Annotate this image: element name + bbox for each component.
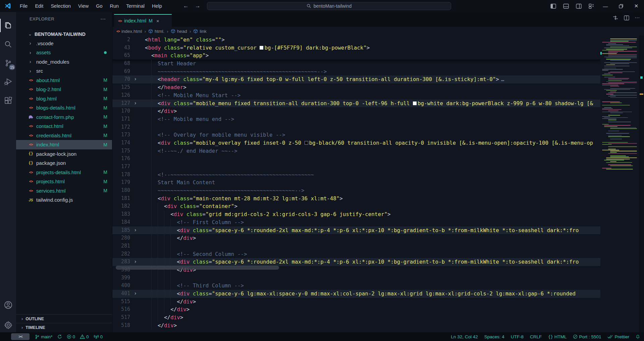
tab-close-icon[interactable]: ×	[156, 18, 159, 24]
account-icon[interactable]	[0, 297, 16, 313]
toggle-secondary-sidebar-icon[interactable]	[572, 0, 585, 12]
window-restore-button[interactable]	[613, 0, 629, 12]
code-line-174[interactable]: 174<div class="mobile_overlay fixed inse…	[112, 139, 600, 147]
minimap[interactable]	[600, 36, 639, 332]
code-line-177[interactable]: 177	[112, 163, 600, 171]
code-line-125[interactable]: 125</header>	[112, 83, 600, 91]
fold-chevron-icon[interactable]: ›	[134, 99, 137, 108]
menu-go[interactable]: Go	[92, 1, 106, 11]
command-center-search[interactable]: bentoMan-tailwind	[207, 2, 451, 10]
menu-view[interactable]: View	[74, 1, 92, 11]
tree-item-package.json[interactable]: {}package.json	[16, 158, 112, 168]
status-port-5501[interactable]: Port : 5501	[573, 334, 601, 339]
timeline-section[interactable]: › TIMELINE	[16, 323, 112, 332]
code-line-183[interactable]: 183<div class="grid md:grid-cols-2 xl:gr…	[112, 210, 600, 218]
tree-item-src[interactable]: ›src	[16, 66, 112, 76]
tree-item-contact-form.php[interactable]: contact-form.phpM	[16, 113, 112, 122]
breadcrumb-html[interactable]: html.	[148, 29, 164, 34]
code-line-170[interactable]: 170</div>	[112, 107, 600, 115]
menu-help[interactable]: Help	[148, 1, 166, 11]
tree-item-assets[interactable]: ›assets	[16, 48, 112, 57]
status-main[interactable]: main*	[35, 334, 53, 339]
tree-item-package-lock.json[interactable]: {}package-lock.json	[16, 149, 112, 159]
activity-search-icon[interactable]	[0, 36, 16, 52]
code-line-127[interactable]: 127›<div class="mobile_menu fixed transi…	[112, 99, 600, 108]
code-line-178[interactable]: 178<!--~~~~~~~~~~~~~~~~~~~~~~~~~~~~~~~~~…	[112, 171, 600, 179]
code-line-280[interactable]: 280</div>	[112, 234, 600, 242]
status-prettier[interactable]: Prettier	[607, 334, 629, 339]
activity-explorer-icon[interactable]	[0, 17, 16, 33]
code-line-517[interactable]: 517</div>	[112, 314, 600, 322]
explorer-more-actions-icon[interactable]: ⋯	[100, 16, 106, 22]
outline-section[interactable]: › OUTLINE	[16, 314, 112, 323]
nav-back-icon[interactable]: ←	[183, 3, 189, 9]
code-line-182[interactable]: 182<div class="container">	[112, 202, 600, 210]
code-line-43[interactable]: 43<body class="relative custom_cursor bg…	[112, 44, 600, 52]
split-editor-icon[interactable]	[624, 15, 629, 20]
tree-item-credentials.html[interactable]: <>credentials.htmlM	[16, 131, 112, 140]
code-line-516[interactable]: 516</div>	[112, 305, 600, 314]
code-line-175[interactable]: 175<!--~~./ end Header ~~-->	[112, 147, 600, 155]
code-line-181[interactable]: 181<div class="main-conten mt-28 md:mt-3…	[112, 195, 600, 203]
customize-layout-icon[interactable]	[585, 0, 598, 12]
tree-item-.vscode[interactable]: ›.vscode	[16, 39, 112, 48]
breadcrumb-link[interactable]: link	[193, 29, 206, 34]
code-line-185[interactable]: 185›<div class="space-y-6 *:rounded-2xl …	[112, 226, 600, 234]
tree-item-services.html[interactable]: <>services.htmlM	[16, 186, 112, 196]
code-editor[interactable]: 2<html lang="en" class="">43<body class=…	[112, 36, 600, 332]
status-crlf[interactable]: CRLF	[530, 334, 542, 339]
code-line-65[interactable]: 65<main class="app">	[112, 52, 600, 60]
activity-run-debug-icon[interactable]	[0, 74, 16, 90]
activity-source-control-icon[interactable]: 15	[0, 55, 16, 71]
window-close-button[interactable]: ✕	[629, 0, 644, 12]
horizontal-scrollbar[interactable]	[116, 266, 279, 270]
code-line-68[interactable]: 68Start Header	[112, 60, 600, 68]
tree-item-node_modules[interactable]: ›node_modules	[16, 57, 112, 67]
tree-item-contact.html[interactable]: <>contact.htmlM	[16, 122, 112, 131]
status-sync-icon[interactable]	[57, 334, 62, 339]
status-0[interactable]: 0	[67, 334, 75, 339]
status-html[interactable]: {}HTML	[548, 334, 567, 339]
fold-chevron-icon[interactable]: ›	[134, 226, 137, 234]
tree-item-blog.html[interactable]: <>blog.htmlM	[16, 94, 112, 104]
code-line-2[interactable]: 2<html lang="en" class="">	[112, 36, 600, 44]
code-line-179[interactable]: 179Start Main Content	[112, 179, 600, 187]
fold-chevron-icon[interactable]: ›	[134, 290, 137, 298]
toggle-sidebar-icon[interactable]	[547, 0, 559, 12]
code-line-515[interactable]: 515</div>	[112, 298, 600, 306]
window-minimize-button[interactable]: —	[598, 0, 613, 12]
code-line-518[interactable]: 518</div>	[112, 322, 600, 330]
nav-forward-icon[interactable]: →	[195, 3, 201, 9]
tree-item-tailwind.config.js[interactable]: JStailwind.config.js	[16, 195, 112, 205]
tree-item-index.html[interactable]: <>index.htmlM	[16, 140, 112, 149]
code-line-401[interactable]: 401›<div class="space-y-6 lg:max-xl:spac…	[112, 290, 600, 298]
code-line-126[interactable]: 126<!-- Mobile Menu Start -->	[112, 91, 600, 99]
breadcrumb-index.html[interactable]: <>index.html	[116, 29, 142, 34]
status-bell-icon[interactable]	[636, 334, 640, 339]
code-line-171[interactable]: 171<!-- Mobile menu end -->	[112, 115, 600, 123]
code-line-400[interactable]: 400<!-- Third Column -->	[112, 282, 600, 290]
explorer-root-folder[interactable]: ⌄ BENTOMAN-TAILWIND	[16, 29, 112, 39]
menu-selection[interactable]: Selection	[47, 1, 74, 11]
code-line-176[interactable]: 176	[112, 155, 600, 163]
code-line-69[interactable]: 69~~~~~~~~~~~~~~~~~~~~~~~~~~~~~~~~~~~~~~…	[112, 68, 600, 76]
fold-chevron-icon[interactable]: ›	[134, 75, 137, 83]
status-ln-32-col-42[interactable]: Ln 32, Col 42	[451, 334, 478, 339]
menu-run[interactable]: Run	[106, 1, 123, 11]
menu-edit[interactable]: Edit	[31, 1, 47, 11]
breadcrumb-head[interactable]: head	[171, 29, 187, 34]
code-line-399[interactable]: 399	[112, 274, 600, 282]
code-line-283[interactable]: 283›<div class="space-y-6 *:rounded-2xl …	[112, 258, 600, 266]
activity-extensions-icon[interactable]	[0, 92, 16, 109]
status-0[interactable]: 0	[80, 334, 89, 339]
code-line-180[interactable]: 180~~~~~~~~~~~~~~~~~~~~~~~~~~~~~~~~~~~~~…	[112, 187, 600, 195]
fold-chevron-icon[interactable]: ›	[134, 258, 137, 266]
tree-item-blog-2.html[interactable]: <>blog-2.htmlM	[16, 85, 112, 94]
tree-item-projects.html[interactable]: <>projects.htmlM	[16, 177, 112, 186]
code-line-184[interactable]: 184<!-- First Column -->	[112, 218, 600, 226]
tree-item-projects-details.html[interactable]: <>projects-details.htmlM	[16, 168, 112, 177]
tab-index-html[interactable]: <> index.html M ×	[114, 14, 172, 27]
status-0[interactable]: 0	[94, 334, 103, 339]
menu-file[interactable]: File	[16, 1, 31, 11]
code-line-282[interactable]: 282<!-- Second Column -->	[112, 250, 600, 258]
